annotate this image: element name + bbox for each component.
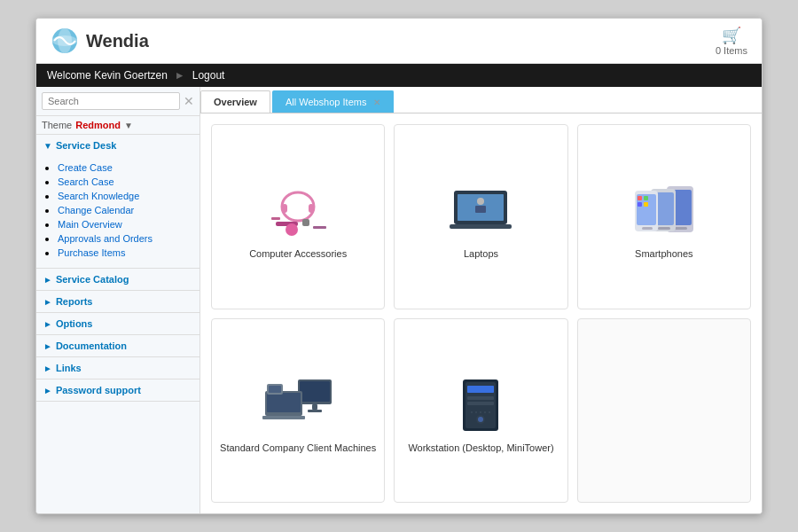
section-arrow-icon: ►	[43, 341, 52, 351]
sidebar-section-header-password-support[interactable]: ► Password support	[36, 379, 200, 401]
svg-rect-28	[638, 202, 642, 207]
sidebar: ✕ Theme Redmond ▼ ▼ Service Desk Create …	[36, 87, 200, 513]
laptops-image	[441, 179, 520, 241]
svg-rect-27	[644, 196, 648, 200]
svg-rect-35	[267, 393, 301, 412]
search-input[interactable]	[42, 92, 180, 110]
grid-item-standard-company[interactable]: Standard Company Client Machines	[211, 318, 385, 504]
standard-company-label: Standard Company Client Machines	[220, 442, 376, 453]
svg-rect-29	[644, 202, 648, 207]
theme-arrow-icon: ▼	[124, 121, 133, 130]
cart-icon: 🛒	[722, 26, 741, 45]
tab-webshop-label: All Webshop Items	[286, 97, 367, 107]
section-label: Reports	[56, 296, 93, 307]
search-box: ✕	[36, 87, 200, 116]
svg-rect-10	[313, 226, 326, 229]
svg-rect-36	[262, 416, 305, 419]
logo-area: Wendia	[51, 27, 149, 55]
section-label: Service Catalog	[56, 274, 129, 285]
list-item: Search Knowledge	[58, 190, 192, 202]
sidebar-section-header-service-desk[interactable]: ▼ Service Desk	[36, 135, 200, 156]
list-item: Approvals and Orders	[58, 232, 192, 245]
list-item: Main Overview	[58, 218, 192, 231]
approvals-orders-link[interactable]: Approvals and Orders	[58, 233, 153, 244]
svg-rect-44	[467, 402, 494, 405]
sidebar-menu-service-desk: Create Case Search Case Search Knowledge…	[36, 156, 200, 268]
header: Wendia 🛒 0 Items	[36, 19, 762, 64]
svg-rect-26	[638, 196, 642, 200]
search-knowledge-link[interactable]: Search Knowledge	[58, 191, 139, 201]
svg-rect-7	[302, 219, 309, 226]
section-arrow-icon: ►	[43, 319, 52, 329]
nav-bar: Welcome Kevin Goertzen ► Logout	[36, 64, 762, 87]
wendia-logo-icon	[51, 27, 79, 55]
tab-close-icon[interactable]: ✕	[373, 98, 380, 107]
sidebar-section-links: ► Links	[36, 357, 200, 379]
list-item: Change Calendar	[58, 204, 192, 216]
tab-overview-label: Overview	[214, 97, 257, 107]
svg-rect-31	[300, 381, 330, 402]
logout-link[interactable]: Logout	[192, 69, 225, 82]
section-arrow-icon: ►	[43, 297, 52, 307]
tab-all-webshop-items[interactable]: All Webshop Items ✕	[272, 90, 394, 113]
content-area: Overview All Webshop Items ✕	[200, 87, 762, 513]
items-grid: Computer Accessories	[200, 113, 762, 513]
section-label: Service Desk	[56, 140, 117, 151]
tab-overview[interactable]: Overview	[200, 90, 270, 113]
grid-item-workstation[interactable]: Workstation (Desktop, MiniTower)	[394, 318, 567, 504]
section-arrow-icon: ▼	[43, 141, 52, 151]
purchase-items-link[interactable]: Purchase Items	[58, 247, 125, 258]
svg-rect-32	[312, 404, 317, 410]
section-label: Documentation	[56, 340, 127, 351]
cart-area[interactable]: 🛒 0 Items	[716, 26, 747, 56]
sidebar-section-service-catalog: ► Service Catalog	[36, 269, 200, 291]
sidebar-section-header-documentation[interactable]: ► Documentation	[36, 335, 200, 356]
svg-point-51	[489, 411, 490, 413]
svg-rect-38	[269, 386, 281, 393]
search-case-link[interactable]: Search Case	[58, 176, 114, 187]
svg-rect-9	[271, 217, 280, 220]
svg-point-47	[471, 411, 473, 413]
sidebar-section-documentation: ► Documentation	[36, 335, 200, 357]
sidebar-section-header-service-catalog[interactable]: ► Service Catalog	[36, 269, 200, 290]
section-arrow-icon: ►	[43, 364, 52, 373]
svg-rect-4	[282, 204, 287, 213]
change-calendar-link[interactable]: Change Calendar	[58, 205, 134, 215]
grid-item-smartphones[interactable]: Smartphones	[577, 124, 751, 309]
main-layout: ✕ Theme Redmond ▼ ▼ Service Desk Create …	[36, 87, 762, 513]
sidebar-section-header-links[interactable]: ► Links	[36, 357, 200, 379]
workstation-image	[441, 373, 520, 435]
sidebar-section-header-reports[interactable]: ► Reports	[36, 291, 200, 312]
welcome-text: Welcome Kevin Goertzen	[47, 69, 168, 82]
sidebar-section-options: ► Options	[36, 313, 200, 335]
grid-item-empty	[577, 318, 751, 504]
sidebar-section-header-options[interactable]: ► Options	[36, 313, 200, 334]
cart-label: 0 Items	[716, 45, 747, 56]
svg-point-48	[475, 411, 477, 413]
section-label: Options	[56, 318, 93, 329]
main-overview-link[interactable]: Main Overview	[58, 219, 122, 230]
theme-value: Redmond	[75, 120, 121, 130]
standard-company-image	[258, 373, 338, 435]
create-case-link[interactable]: Create Case	[58, 162, 113, 173]
svg-rect-15	[458, 194, 504, 221]
svg-rect-33	[308, 410, 322, 412]
logo-text: Wendia	[86, 31, 149, 51]
svg-rect-25	[642, 227, 653, 230]
smartphones-label: Smartphones	[635, 248, 692, 259]
grid-item-laptops[interactable]: Laptops	[394, 124, 567, 309]
section-label: Password support	[56, 385, 141, 395]
svg-rect-16	[450, 224, 512, 229]
search-clear-icon[interactable]: ✕	[184, 94, 194, 108]
laptops-label: Laptops	[464, 248, 498, 259]
list-item: Create Case	[58, 161, 192, 174]
svg-point-50	[484, 411, 486, 413]
svg-rect-42	[467, 386, 494, 393]
sidebar-section-password-support: ► Password support	[36, 379, 200, 402]
list-item: Purchase Items	[58, 246, 192, 259]
computer-accessories-image	[258, 179, 338, 241]
svg-rect-22	[658, 227, 670, 230]
grid-item-computer-accessories[interactable]: Computer Accessories	[211, 124, 385, 309]
sidebar-section-service-desk: ▼ Service Desk Create Case Search Case S…	[36, 135, 200, 269]
browser-window: Wendia 🛒 0 Items Welcome Kevin Goertzen …	[35, 18, 763, 514]
